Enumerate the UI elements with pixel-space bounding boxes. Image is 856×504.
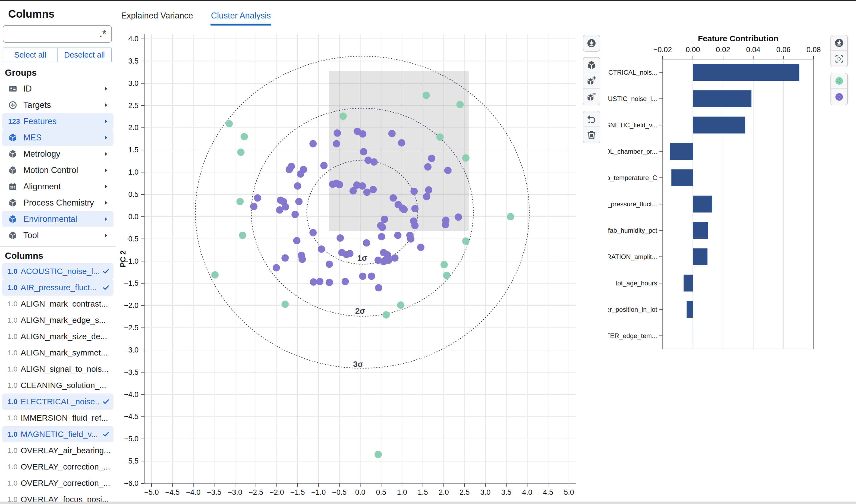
scatter-point-cluster-teal[interactable] (374, 451, 382, 458)
scatter-point-cluster-purple[interactable] (378, 233, 385, 240)
horizontal-scrollbar[interactable] (0, 502, 856, 504)
scatter-point-cluster-teal[interactable] (236, 198, 244, 205)
scatter-point-cluster-purple[interactable] (391, 254, 399, 262)
column-row[interactable]: 1.0 ELECTRICAL_noise... (2, 394, 113, 410)
cube-plus-button[interactable] (583, 73, 600, 89)
cube-button[interactable] (583, 58, 600, 73)
scatter-point-cluster-teal[interactable] (462, 237, 469, 245)
scatter-point-cluster-teal[interactable] (211, 271, 219, 278)
group-row[interactable]: 123 Features (2, 113, 113, 129)
deselect-all-button[interactable]: Deselect all (57, 48, 111, 62)
scatter-point-cluster-purple[interactable] (425, 186, 432, 194)
scatter-point-cluster-teal[interactable] (226, 120, 233, 127)
column-row[interactable]: 1.0 ALIGN_mark_contrast... (2, 296, 113, 312)
scatter-point-cluster-purple[interactable] (417, 244, 425, 251)
scatter-point-cluster-purple[interactable] (273, 264, 280, 272)
group-row[interactable]: MES (2, 129, 113, 146)
scatter-point-cluster-purple[interactable] (320, 162, 327, 169)
scatter-point-cluster-purple[interactable] (254, 194, 261, 202)
scatter-point-cluster-teal[interactable] (462, 154, 469, 162)
scatter-point-cluster-purple[interactable] (295, 198, 303, 205)
group-row[interactable]: ID (2, 80, 113, 97)
scatter-point-cluster-purple[interactable] (326, 260, 333, 268)
scatter-point-cluster-purple[interactable] (342, 278, 349, 285)
bar[interactable] (683, 275, 693, 292)
column-row[interactable]: 1.0 AIR_pressure_fluct... (2, 280, 113, 296)
scatter-point-cluster-purple[interactable] (294, 182, 301, 190)
scatter-point-cluster-purple[interactable] (410, 188, 418, 195)
scatter-point-cluster-purple[interactable] (400, 206, 408, 213)
column-row[interactable]: 1.0 ACOUSTIC_noise_l... (2, 263, 113, 280)
scatter-point-cluster-purple[interactable] (375, 284, 382, 291)
group-row[interactable]: Process Chemistry (2, 195, 113, 211)
scatter-point-cluster-purple[interactable] (407, 235, 414, 242)
cluster-teal-button[interactable] (831, 73, 847, 89)
scatter-point-cluster-teal[interactable] (423, 91, 430, 99)
bar[interactable] (671, 169, 693, 186)
column-search-box[interactable]: .* (3, 25, 112, 43)
scatter-point-cluster-purple[interactable] (276, 206, 283, 214)
bar[interactable] (693, 249, 708, 265)
scatter-point-cluster-teal[interactable] (443, 272, 450, 279)
column-row[interactable]: 1.0 MAGNETIC_field_v... (2, 426, 113, 442)
scatter-point-cluster-purple[interactable] (389, 194, 397, 202)
scatter-point-cluster-purple[interactable] (334, 129, 341, 137)
scatter-point-cluster-purple[interactable] (297, 170, 304, 178)
column-row[interactable]: 1.0 CLEANING_solution_... (2, 377, 113, 394)
scatter-point-cluster-purple[interactable] (309, 140, 317, 147)
bar[interactable] (693, 222, 708, 239)
fit-view-button[interactable] (831, 51, 847, 67)
scatter-point-cluster-teal[interactable] (240, 133, 248, 140)
scatter-point-cluster-purple[interactable] (371, 158, 378, 166)
download-button[interactable] (831, 35, 847, 51)
scatter-point-cluster-purple[interactable] (368, 273, 375, 280)
scatter-point-cluster-purple[interactable] (309, 229, 317, 236)
scatter-point-cluster-purple[interactable] (299, 255, 306, 263)
cluster-purple-button[interactable] (831, 89, 847, 105)
scatter-point-cluster-teal[interactable] (507, 213, 514, 220)
scatter-point-cluster-purple[interactable] (424, 163, 431, 170)
group-row[interactable]: Tool (2, 227, 113, 244)
scatter-point-cluster-purple[interactable] (316, 278, 323, 285)
scatter-point-cluster-purple[interactable] (346, 250, 354, 257)
group-row[interactable]: Environmental (2, 211, 113, 227)
select-all-button[interactable]: Select all (3, 48, 57, 62)
scatter-point-cluster-purple[interactable] (378, 224, 386, 231)
scatter-point-cluster-purple[interactable] (428, 155, 435, 162)
scatter-point-cluster-teal[interactable] (237, 148, 245, 156)
scatter-point-cluster-purple[interactable] (411, 205, 418, 212)
column-row[interactable]: 1.0 ALIGN_mark_symmet... (2, 345, 113, 361)
scatter-point-cluster-purple[interactable] (318, 246, 325, 253)
scatter-point-cluster-purple[interactable] (359, 130, 367, 138)
scatter-point-cluster-teal[interactable] (397, 302, 404, 309)
column-row[interactable]: 1.0 ALIGN_mark_size_de... (2, 328, 113, 345)
scatter-point-cluster-purple[interactable] (291, 211, 299, 218)
scatter-point-cluster-teal[interactable] (239, 232, 246, 239)
bar[interactable] (693, 196, 712, 213)
bar[interactable] (693, 90, 751, 107)
group-row[interactable]: Motion Control (2, 162, 113, 178)
scatter-point-cluster-purple[interactable] (410, 217, 417, 225)
scatter-point-cluster-purple[interactable] (359, 182, 366, 190)
group-row[interactable]: Metrology (2, 146, 113, 162)
scatter-point-cluster-purple[interactable] (336, 181, 343, 188)
scatter-point-cluster-teal[interactable] (382, 311, 390, 319)
scatter-point-cluster-purple[interactable] (326, 279, 333, 286)
scatter-point-cluster-purple[interactable] (363, 239, 370, 247)
scatter-point-cluster-purple[interactable] (454, 213, 462, 221)
column-row[interactable]: 1.0 OVERLAY_air_bearing... (2, 442, 113, 458)
scatter-point-cluster-purple[interactable] (360, 148, 367, 155)
scatter-point-cluster-purple[interactable] (293, 237, 300, 245)
regex-toggle-icon[interactable]: .* (100, 28, 106, 40)
search-input[interactable] (12, 29, 100, 39)
bar[interactable] (670, 143, 693, 160)
scatter-point-cluster-purple[interactable] (333, 140, 340, 147)
scatter-point-cluster-purple[interactable] (388, 130, 396, 137)
download-button[interactable] (583, 35, 600, 51)
feature-contribution-chart[interactable]: Feature Contribution−0.020.000.020.040.0… (608, 27, 856, 369)
bar[interactable] (693, 117, 745, 133)
scatter-point-cluster-purple[interactable] (310, 278, 317, 286)
scatter-point-cluster-purple[interactable] (370, 186, 377, 193)
scatter-point-cluster-purple[interactable] (442, 221, 449, 228)
column-row[interactable]: 1.0 OVERLAY_correction_... (2, 458, 113, 475)
